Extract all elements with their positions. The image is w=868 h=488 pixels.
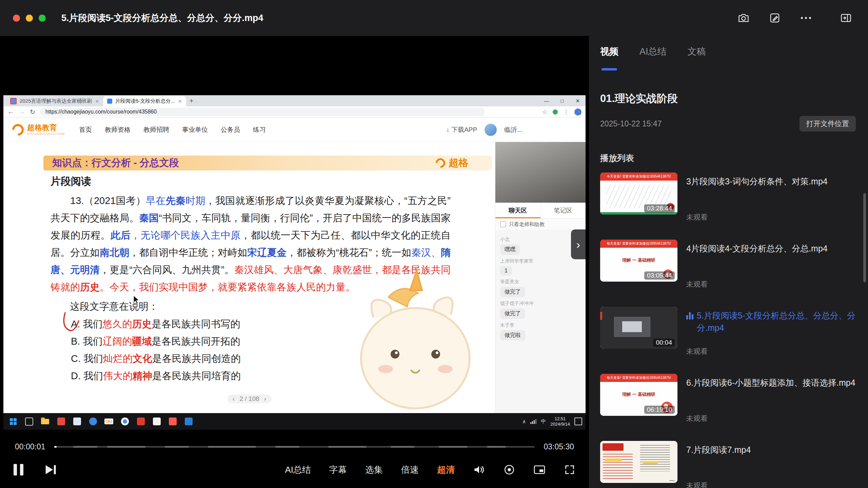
episode-list-button[interactable]: 选集 bbox=[365, 464, 383, 476]
answer-options: A. 我们悠久的历史是各民族共同书写的 B. 我们辽阔的疆域是各民族共同开拓的 … bbox=[71, 316, 241, 385]
taskbar-app-blue-icon bbox=[86, 415, 99, 428]
duration-badge: 00:04 bbox=[653, 339, 675, 347]
banner-text: 知识点：行文分析 - 分总文段 bbox=[43, 156, 179, 170]
thumb-art bbox=[600, 441, 677, 483]
system-tray: ∧ 中 12:51 2024/9/14 bbox=[522, 416, 582, 427]
browser-tab-2: 片段阅读5-文段分析总分... ✕ bbox=[103, 96, 186, 106]
clock-date: 2024/9/14 bbox=[550, 422, 570, 427]
tab2-close-icon: ✕ bbox=[178, 99, 182, 104]
video-frame: 2025言语理解与表达全家桶班刷 ✕ 片段阅读5-文段分析总分... ✕ + —… bbox=[3, 95, 586, 429]
video-thumbnail[interactable]: 00:04 bbox=[600, 307, 677, 349]
chat-bubble: 做完了 bbox=[500, 287, 525, 297]
quality-button[interactable]: 超清 bbox=[437, 464, 455, 476]
chat-filter: 只看老师和助教 bbox=[495, 219, 586, 230]
site-logo-icon bbox=[10, 121, 26, 138]
screenshot-button[interactable] bbox=[736, 11, 751, 25]
video-thumbnail[interactable]: 每天更新! 需要资料请加微信18954613875! 理解 一 基础精研 03:… bbox=[600, 240, 677, 282]
duration-badge bbox=[669, 480, 675, 481]
watch-status: 未观看 bbox=[686, 280, 828, 289]
playback-speed-button[interactable]: 倍速 bbox=[401, 464, 419, 476]
volume-button[interactable] bbox=[473, 464, 485, 476]
minimize-window-button[interactable] bbox=[26, 15, 33, 22]
tab-video[interactable]: 视频 bbox=[600, 45, 618, 70]
tray-expand-icon: ∧ bbox=[522, 419, 526, 425]
maximize-icon: □ bbox=[554, 95, 570, 106]
back-icon: ← bbox=[7, 108, 14, 116]
playback-progress bbox=[54, 446, 57, 448]
scrollbar[interactable] bbox=[863, 193, 866, 282]
playlist-item[interactable]: 今天更新! 需要资料请加微信18954613875! 03:28:44 3片段阅… bbox=[600, 172, 856, 222]
thumb-banner-text: 今天更新! 需要资料请加微信18954613875! bbox=[600, 172, 677, 181]
video-thumbnail[interactable]: 今天更新! 需要资料请加微信18954613875! 03:28:44 bbox=[600, 172, 677, 215]
course-title: 01.理论实战阶段 bbox=[600, 92, 856, 106]
pause-icon bbox=[20, 464, 23, 475]
url-text: https://chaogejiaoyu.com/course/room/435… bbox=[45, 109, 157, 115]
active-tab-underline bbox=[601, 68, 617, 70]
pin-sidebar-button[interactable] bbox=[839, 11, 853, 25]
thumb-banner-text: 每天更新! 需要资料请加微信18954613875! bbox=[600, 240, 677, 248]
next-episode-button[interactable] bbox=[43, 463, 57, 476]
unicorn-mascot bbox=[342, 268, 488, 410]
playlist-item[interactable]: 每天更新! 需要资料请加微信18954613875! 理解 一 基础精研 03:… bbox=[600, 240, 856, 289]
pause-button[interactable] bbox=[14, 463, 28, 476]
open-file-location-button[interactable]: 打开文件位置 bbox=[800, 116, 856, 131]
taskbar-start-icon bbox=[7, 415, 20, 428]
taskbar-wps-icon bbox=[166, 415, 179, 428]
fullscreen-button[interactable] bbox=[564, 464, 575, 475]
picture-in-picture-icon bbox=[533, 464, 546, 476]
subtitle-button[interactable]: 字幕 bbox=[329, 464, 347, 476]
taskbar-chrome-icon bbox=[118, 415, 131, 428]
new-tab-icon: + bbox=[190, 97, 194, 105]
tab1-favicon bbox=[10, 98, 17, 104]
notes-button[interactable] bbox=[768, 11, 782, 25]
chat-username: 上岸同学李家军 bbox=[500, 258, 581, 264]
taskbar-app-red2-icon bbox=[134, 415, 147, 428]
video-thumbnail[interactable]: 每天更新! 需要资料请加微信18954613875! 理解 一 基础精研 06:… bbox=[600, 374, 677, 416]
user-avatar bbox=[485, 124, 497, 136]
taskbar-taskview-icon bbox=[23, 415, 36, 428]
site-logo-text: 超格教育 bbox=[27, 124, 65, 131]
chat-panel: 聊天区 笔记区 只看老师和助教 小北 嘿嘿 上岸同学李家军 1 笨蛋美女 做完了 bbox=[495, 142, 586, 413]
chat-username: 小北 bbox=[500, 237, 581, 243]
close-window-button[interactable] bbox=[13, 15, 20, 22]
course-page-content: 知识点：行文分析 - 分总文段 超格 片段阅读 13.（2021国考）早在先秦时… bbox=[3, 142, 586, 413]
seek-bar[interactable] bbox=[54, 446, 535, 448]
pip-button[interactable] bbox=[533, 464, 546, 476]
mouse-cursor bbox=[133, 295, 142, 305]
tab2-label: 片段阅读5-文段分析总分... bbox=[115, 98, 175, 104]
more-button[interactable] bbox=[799, 11, 813, 25]
screen-record-button[interactable] bbox=[504, 464, 515, 475]
browser-tab-1: 2025言语理解与表达全家桶班刷 ✕ bbox=[6, 96, 103, 106]
chat-filter-label: 只看老师和助教 bbox=[509, 221, 545, 228]
tab-ai-summary[interactable]: AI总结 bbox=[639, 45, 667, 70]
speaker-icon bbox=[473, 464, 485, 476]
taskbar-caj-icon: CAJ bbox=[102, 415, 115, 428]
ai-summary-button[interactable]: AI总结 bbox=[285, 464, 311, 476]
panel-expand-button: › bbox=[571, 229, 586, 259]
playlist-item[interactable]: 7.片段阅读7.mp4 未观看 bbox=[600, 441, 856, 488]
current-time: 00:00:01 bbox=[15, 442, 45, 451]
chat-bubble: 嘿嘿 bbox=[500, 244, 520, 255]
zoom-window-button[interactable] bbox=[39, 15, 46, 22]
option-b: B. 我们辽阔的疆域是各民族共同开拓的 bbox=[71, 333, 241, 350]
red-pen-annotation bbox=[60, 311, 87, 338]
tab2-favicon bbox=[107, 99, 112, 104]
nav-home: 首页 bbox=[79, 125, 92, 134]
playlist-item-title: 5.片段阅读5-文段分析总分总、分总分、分分.mp4 bbox=[686, 309, 856, 334]
page-next-icon: › bbox=[264, 395, 266, 403]
video-thumbnail[interactable] bbox=[600, 441, 677, 483]
checkbox-only-teacher bbox=[500, 221, 506, 227]
chat-username: 馄子馄子冲冲冲 bbox=[500, 301, 581, 307]
camera-icon bbox=[737, 12, 750, 24]
nav-civil-service: 公务员 bbox=[221, 125, 240, 134]
playlist-item[interactable]: 每天更新! 需要资料请加微信18954613875! 理解 一 基础精研 06:… bbox=[600, 374, 856, 423]
tab-transcript-label: 文稿 bbox=[688, 46, 706, 57]
video-player-surface[interactable]: 2025言语理解与表达全家桶班刷 ✕ 片段阅读5-文段分析总分... ✕ + —… bbox=[0, 36, 589, 488]
knowledge-point-banner: 知识点：行文分析 - 分总文段 超格 bbox=[43, 156, 492, 170]
tab-video-label: 视频 bbox=[600, 46, 618, 57]
site-nav: 首页 教师资格 教师招聘 事业单位 公务员 练习 bbox=[79, 125, 266, 134]
option-a: A. 我们悠久的历史是各民族共同书写的 bbox=[71, 316, 241, 333]
playlist-item-current[interactable]: 00:04 5.片段阅读5-文段分析总分总、分总分、分分.mp4 未观看 bbox=[600, 307, 856, 356]
forward-icon: → bbox=[19, 108, 25, 116]
tab-transcript[interactable]: 文稿 bbox=[688, 45, 706, 70]
